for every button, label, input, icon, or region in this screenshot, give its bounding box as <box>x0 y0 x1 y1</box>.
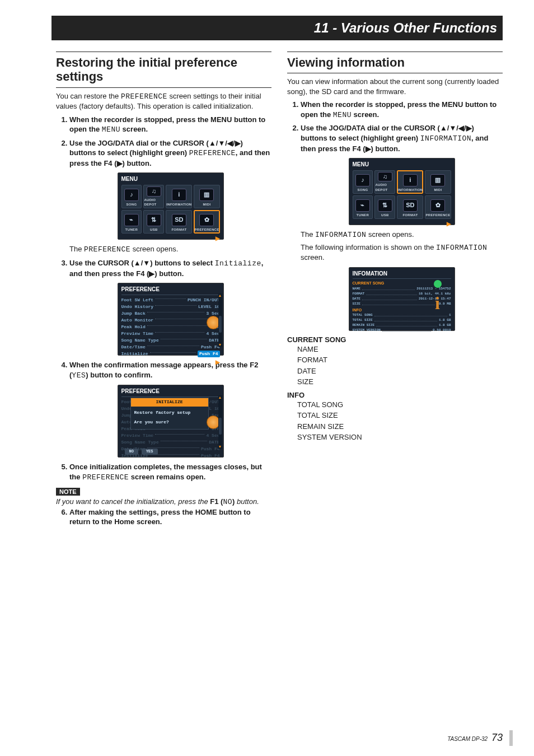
menu-cell-label: TUNER <box>125 227 138 232</box>
mono-no: NO <box>223 498 232 506</box>
dialog-yes-button: YES <box>142 449 158 455</box>
play-arrow-icon: ▶ <box>216 358 220 366</box>
text: screen. <box>120 125 148 133</box>
section-heading-restore: Restoring the initial preference setting… <box>56 55 271 84</box>
play-arrow-icon: ▶ <box>216 235 220 242</box>
text: If you want to cancel the initialization… <box>56 497 210 506</box>
dots <box>147 346 199 346</box>
text: The <box>301 230 315 239</box>
menu-screenshot-right: MENU ♪SONG♫AUDIO DEPOTiINFORMATION▥MIDI⌁… <box>349 158 455 225</box>
menu-screenshot-left: MENU ♪SONG♫AUDIO DEPOTiINFORMATION▥MIDI⌁… <box>118 172 224 240</box>
bold-f1: F1 ( <box>210 497 223 506</box>
mono-preference: PREFERENCE <box>82 473 129 482</box>
pref-value: LEVEL 10 <box>198 304 219 310</box>
rule-under-heading-right <box>287 73 503 73</box>
menu-icon: ⌁ <box>124 214 139 226</box>
label-total-size: TOTAL SIZE <box>297 410 503 421</box>
dots <box>147 312 205 312</box>
menu-cell-label: AUDIO DEPOT <box>375 183 395 192</box>
menu-icon: ✿ <box>199 214 214 226</box>
preference-screenshot: PREFERENCE Foot SW LeftPUNCH IN/OUTUndo … <box>118 283 224 356</box>
initialize-dialog-screenshot: PREFERENCE Foot SW LeftPUNCH IN/OUTUndo … <box>118 385 224 458</box>
mono-preference: PREFERENCE <box>189 149 236 157</box>
info-title: INFOMATION <box>353 270 451 278</box>
menu-cell-label: PREFERENCE <box>194 227 219 232</box>
menu-cell-midi: ▥MIDI <box>425 170 451 194</box>
pref-row: Undo HistoryLEVEL 10 <box>121 304 220 310</box>
menu-cell-label: SONG <box>127 202 137 207</box>
info-key: NAME <box>353 286 360 291</box>
step-4-left: When the confirmation message appears, p… <box>69 360 271 458</box>
menu-cell-label: FORMAT <box>171 227 186 232</box>
menu-cell-usb: ⇅USB <box>374 195 395 219</box>
pref-key: Preview Time <box>121 432 154 439</box>
step-2-right: Use the JOG/DATA dial or the CURSOR (▲/▼… <box>301 123 503 330</box>
dialog-line1: Restore factory setup <box>134 410 205 416</box>
intro-paragraph-left: You can restore the PREFERENCE screen se… <box>56 91 271 111</box>
pref-title: PREFERENCE <box>121 388 220 395</box>
menu-cell-label: PREFERENCE <box>425 213 450 217</box>
menu-icon: ✿ <box>430 199 445 212</box>
rule-top-right <box>287 52 503 52</box>
menu-cell-tuner: ⌁TUNER <box>353 195 373 219</box>
menu-cell-information: iINFORMATION <box>397 170 423 194</box>
dialog-line2: Are you sure? <box>134 419 205 426</box>
menu-cell-label: AUDIO DEPOT <box>144 198 163 207</box>
info-key: SYSTEM VERSION <box>353 328 381 333</box>
pref-row: Auto MonitorOFF <box>121 317 220 324</box>
text: ) button to confirm. <box>86 371 152 379</box>
scrollbar: ▲▼ <box>218 293 222 347</box>
pref-key: Undo History <box>121 304 154 310</box>
dots <box>376 321 437 326</box>
steps-left-continued: After making the settings, press the HOM… <box>56 507 271 527</box>
dots <box>362 295 417 300</box>
menu-grid: ♪SONG♫AUDIO DEPOTiINFORMATION▥MIDI⌁TUNER… <box>121 185 220 234</box>
menu-cell-format: SDFORMAT <box>166 210 192 234</box>
menu-cell-audio-depot: ♫AUDIO DEPOT <box>143 185 164 208</box>
pref-value: Push F4 <box>201 446 220 452</box>
pref-row: Peak HoldOFF <box>121 324 220 330</box>
pref-row: Song Name TypeDATE <box>121 337 220 344</box>
menu-icon: ♪ <box>355 174 370 186</box>
info-list: TOTAL SONG TOTAL SIZE REMAIN SIZE SYSTEM… <box>287 399 503 443</box>
pref-key: Jump Back <box>121 310 146 317</box>
info-sidebar-icons: i <box>427 280 449 315</box>
dots <box>362 285 415 290</box>
separator <box>121 295 220 295</box>
pref-row: Foot SW LeftPUNCH IN/OUT <box>121 297 220 304</box>
menu-icon: i <box>403 174 418 186</box>
pref-key: Initialize <box>121 351 148 357</box>
menu-icon: ▥ <box>430 174 445 186</box>
separator <box>121 396 220 397</box>
text: button. <box>235 497 259 506</box>
heading-info: INFO <box>287 391 503 399</box>
text: screen opens. <box>366 230 414 239</box>
pref-row: Preview Time4 Sec <box>121 432 220 439</box>
heading-current-song: CURRENT SONG <box>287 335 503 344</box>
mono-preference: PREFERENCE <box>121 92 167 101</box>
dots <box>362 300 435 305</box>
info-value: 1.8 GB <box>439 318 451 323</box>
pref-key: Date/Time <box>121 344 146 351</box>
current-song-list: NAME FORMAT DATE SIZE <box>287 344 503 388</box>
dots <box>366 290 417 295</box>
step-1-left: When the recorder is stopped, press the … <box>69 115 271 135</box>
text: screen remains open. <box>129 473 205 481</box>
scrollbar: ▲▼ <box>218 395 222 449</box>
rule-top-left <box>56 52 271 52</box>
step-2r-sub1: The INFORMATION screen opens. <box>301 230 503 240</box>
menu-cell-label: INFORMATION <box>166 202 191 207</box>
pref-row: InitializePush F4 <box>121 351 220 357</box>
dots <box>155 434 204 435</box>
status-dot-icon <box>434 280 442 288</box>
pref-value: Push F4 <box>198 351 220 357</box>
right-column: Viewing information You can view informa… <box>287 50 503 530</box>
menu-screenshot-title: MENU <box>121 175 220 183</box>
dots <box>161 441 208 441</box>
mono-information: INFORMATION <box>436 244 487 252</box>
dialog-no-button: NO <box>125 449 138 455</box>
step-2r-sub2: The following information is shown on th… <box>301 242 503 263</box>
menu-cell-information: iINFORMATION <box>166 185 192 208</box>
dots <box>155 298 186 299</box>
menu-cell-midi: ▥MIDI <box>194 185 219 208</box>
